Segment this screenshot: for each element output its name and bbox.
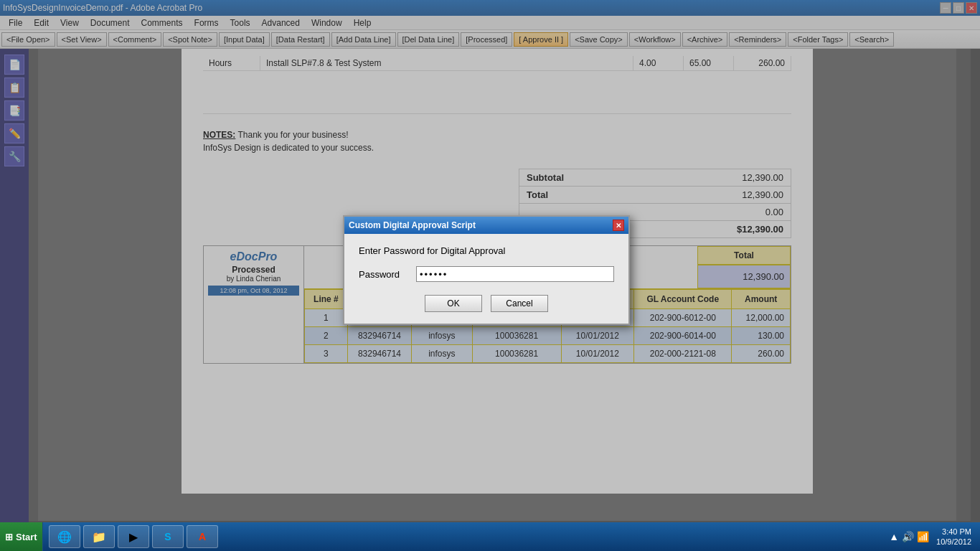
taskbar-app-explorer[interactable]: 📁	[83, 525, 115, 548]
cancel-button[interactable]: Cancel	[491, 295, 548, 312]
clock-time: 3:40 PM	[936, 527, 971, 537]
tray-icon-2: 🔊	[902, 531, 914, 542]
ie-icon: 🌐	[57, 529, 72, 545]
dialog-buttons: OK Cancel	[359, 295, 614, 312]
taskbar-clock: 3:40 PM 10/9/2012	[936, 527, 974, 547]
start-label: ⊞ Start	[5, 532, 37, 542]
dialog-message: Enter Password for Digital Approval	[359, 245, 614, 256]
explorer-icon: 📁	[91, 529, 107, 545]
dialog-title-bar: Custom Digital Approval Script ✕	[344, 217, 628, 234]
adobe-icon: A	[194, 529, 210, 545]
tray-icon-1: ▲	[889, 531, 899, 542]
dialog-body: Enter Password for Digital Approval Pass…	[344, 234, 628, 324]
approval-dialog: Custom Digital Approval Script ✕ Enter P…	[343, 215, 630, 325]
dialog-password-row: Password	[359, 266, 614, 282]
ok-button[interactable]: OK	[425, 295, 482, 312]
taskbar-app-skype[interactable]: S	[152, 525, 184, 548]
password-input[interactable]	[416, 266, 614, 282]
taskbar: ⊞ Start 🌐 📁 ▶ S A ▲ 🔊 📶 3:40 PM 10/9/201…	[0, 522, 980, 551]
taskbar-right: ▲ 🔊 📶 3:40 PM 10/9/2012	[880, 527, 980, 547]
tray-icon-3: 📶	[917, 531, 929, 542]
taskbar-app-media[interactable]: ▶	[118, 525, 149, 548]
media-icon: ▶	[126, 529, 141, 545]
dialog-close-button[interactable]: ✕	[613, 220, 624, 231]
taskbar-apps: 🌐 📁 ▶ S A	[43, 525, 880, 548]
password-label: Password	[359, 269, 416, 280]
taskbar-app-ie[interactable]: 🌐	[49, 525, 80, 548]
taskbar-app-adobe[interactable]: A	[187, 525, 218, 548]
systray: ▲ 🔊 📶	[886, 531, 932, 542]
clock-date: 10/9/2012	[936, 537, 971, 547]
start-button[interactable]: ⊞ Start	[0, 522, 43, 551]
dialog-title-text: Custom Digital Approval Script	[349, 220, 476, 230]
skype-icon: S	[160, 529, 176, 545]
